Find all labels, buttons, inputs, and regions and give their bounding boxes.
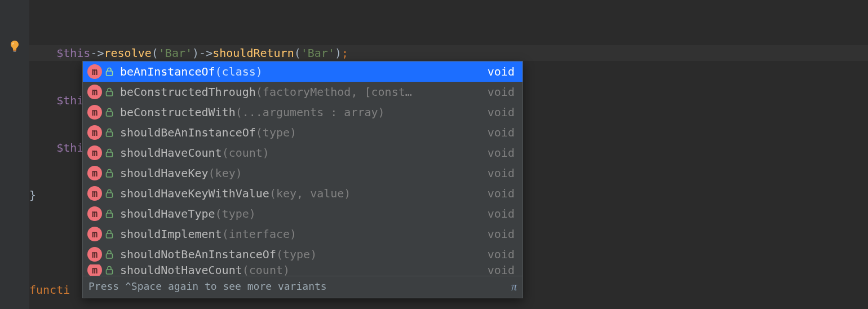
code-line: $this->resolve('Bar')->shouldReturn('Bar… (29, 45, 868, 61)
autocomplete-item[interactable]: mshouldHaveKey(key)void (83, 163, 522, 183)
autocomplete-item-name: shouldNotBeAnInstanceOf (120, 245, 276, 263)
autocomplete-item-return: void (488, 225, 515, 243)
visibility-lock-icon (104, 148, 114, 158)
method-icon: m (87, 64, 102, 79)
autocomplete-item-params: (count) (242, 264, 290, 276)
autocomplete-item-return: void (488, 205, 515, 223)
autocomplete-item[interactable]: mshouldNotBeAnInstanceOf(type)void (83, 244, 522, 264)
autocomplete-item-name: beConstructedThrough (120, 83, 256, 101)
autocomplete-item[interactable]: mbeConstructedWith(...arguments : array)… (83, 102, 522, 122)
autocomplete-item-params: (factoryMethod, [const… (256, 83, 412, 101)
autocomplete-item-return: void (488, 63, 515, 81)
visibility-lock-icon (104, 229, 114, 239)
svg-rect-7 (107, 173, 113, 177)
autocomplete-item-name: shouldHaveKeyWithValue (120, 184, 269, 202)
svg-rect-1 (14, 51, 16, 52)
autocomplete-item-name: shouldHaveType (120, 205, 215, 223)
method-icon: m (87, 247, 102, 262)
svg-rect-2 (107, 71, 113, 76)
autocomplete-item-name: shouldNotHaveCount (120, 264, 242, 276)
autocomplete-item-name: beAnInstanceOf (120, 63, 215, 81)
autocomplete-item-params: (count) (222, 144, 269, 162)
autocomplete-hint-bar: Press ^Space again to see more variants … (83, 276, 522, 298)
autocomplete-item[interactable]: mshouldImplement(interface)void (83, 224, 522, 244)
autocomplete-item-return: void (488, 164, 515, 182)
autocomplete-item-return: void (488, 123, 515, 142)
autocomplete-item-return: void (488, 264, 515, 276)
autocomplete-item[interactable]: mbeAnInstanceOf(class)void (83, 61, 522, 82)
autocomplete-item-return: void (488, 103, 515, 121)
autocomplete-item-name: shouldHaveKey (120, 164, 209, 182)
method-icon: m (87, 166, 102, 180)
method-icon: m (87, 145, 102, 160)
visibility-lock-icon (104, 87, 114, 97)
visibility-lock-icon (104, 249, 114, 259)
visibility-lock-icon (104, 209, 114, 219)
method-icon: m (87, 125, 102, 140)
autocomplete-item[interactable]: mshouldNotHaveCount(count)void (83, 264, 522, 276)
svg-rect-3 (107, 91, 113, 96)
intention-bulb-icon[interactable] (8, 39, 21, 53)
autocomplete-item[interactable]: mshouldHaveCount(count)void (83, 143, 522, 163)
method-icon: m (87, 264, 102, 276)
autocomplete-item-params: (key, value) (269, 184, 351, 202)
visibility-lock-icon (104, 67, 114, 77)
method-icon: m (87, 186, 102, 201)
autocomplete-item-name: shouldBeAnInstanceOf (120, 123, 256, 142)
autocomplete-item-params: (key) (209, 164, 242, 182)
svg-rect-9 (107, 213, 113, 218)
method-icon: m (87, 85, 102, 99)
autocomplete-item[interactable]: mshouldHaveKeyWithValue(key, value)void (83, 183, 522, 204)
autocomplete-list[interactable]: mbeAnInstanceOf(class)voidmbeConstructed… (83, 61, 522, 276)
autocomplete-item-return: void (488, 144, 515, 162)
autocomplete-item[interactable]: mshouldHaveType(type)void (83, 204, 522, 224)
svg-rect-8 (107, 193, 113, 197)
pi-icon[interactable]: π (511, 277, 517, 295)
autocomplete-item-params: (type) (215, 205, 256, 223)
visibility-lock-icon (104, 265, 114, 275)
svg-rect-10 (107, 233, 113, 238)
autocomplete-item-name: shouldImplement (120, 225, 222, 243)
autocomplete-hint-text: Press ^Space again to see more variants (88, 277, 327, 295)
autocomplete-item-params: (type) (276, 245, 317, 263)
svg-rect-11 (107, 254, 113, 258)
svg-rect-0 (13, 50, 16, 51)
editor-surface[interactable]: $this->resolve('Bar')->shouldReturn('Bar… (0, 0, 868, 309)
lightbulb-icon (8, 39, 21, 53)
autocomplete-item-return: void (488, 184, 515, 202)
svg-rect-4 (107, 112, 113, 116)
autocomplete-item-name: beConstructedWith (120, 103, 236, 121)
visibility-lock-icon (104, 188, 114, 198)
method-icon: m (87, 105, 102, 120)
method-icon: m (87, 206, 102, 221)
visibility-lock-icon (104, 127, 114, 138)
autocomplete-item-params: (...arguments : array) (236, 103, 385, 121)
autocomplete-item-params: (type) (256, 123, 296, 142)
autocomplete-popup[interactable]: mbeAnInstanceOf(class)voidmbeConstructed… (82, 61, 523, 298)
autocomplete-item-params: (interface) (222, 225, 296, 243)
autocomplete-item-return: void (488, 245, 515, 263)
autocomplete-item-params: (class) (215, 63, 263, 81)
svg-rect-6 (107, 152, 113, 157)
svg-rect-12 (107, 270, 113, 274)
autocomplete-item-return: void (488, 83, 515, 101)
visibility-lock-icon (104, 107, 114, 117)
svg-rect-5 (107, 132, 113, 136)
autocomplete-item[interactable]: mshouldBeAnInstanceOf(type)void (83, 122, 522, 143)
autocomplete-item[interactable]: mbeConstructedThrough(factoryMethod, [co… (83, 82, 522, 102)
method-icon: m (87, 227, 102, 241)
autocomplete-item-name: shouldHaveCount (120, 144, 222, 162)
visibility-lock-icon (104, 168, 114, 178)
